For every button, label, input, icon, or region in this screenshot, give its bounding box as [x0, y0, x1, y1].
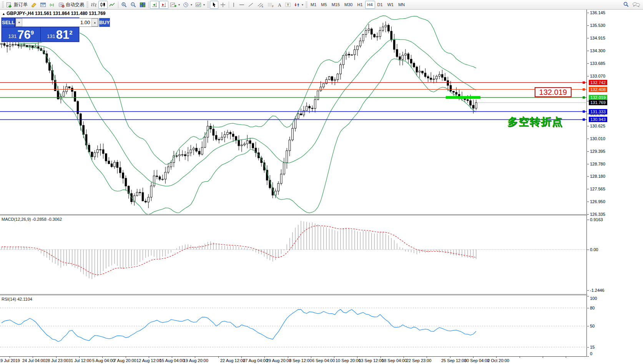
cursor-button[interactable] [210, 1, 218, 9]
time-axis-tick [288, 357, 288, 358]
new-order-button[interactable]: 新订单 [5, 1, 29, 9]
macd-pane[interactable]: MACD(12,26,9) -0.2858 -0.3062 [0, 215, 587, 294]
volume-stepper: ▼ ▲ [15, 18, 98, 27]
timeframe-M5-button[interactable]: M5 [319, 1, 329, 9]
buy-price[interactable]: 131812 [41, 27, 79, 41]
time-axis-label: 10 Sep 20:00 [336, 358, 361, 363]
volume-increase-button[interactable]: ▲ [91, 18, 98, 26]
timeframe-H4-button[interactable]: H4 [365, 1, 375, 9]
chart-shift-button[interactable] [159, 1, 168, 9]
candlestick-chart-canvas[interactable] [0, 10, 587, 214]
equidistant-channel-button[interactable]: E [256, 1, 266, 9]
text-icon: A [277, 2, 282, 8]
collapse-panel-arrow[interactable]: ▲ [2, 12, 5, 16]
time-axis-tick [56, 357, 56, 358]
zoom-out-button[interactable] [129, 1, 138, 9]
axis-tick-label: 134.300 [590, 48, 605, 53]
candlestick-chart-button[interactable] [98, 1, 108, 9]
timeframe-M30-button[interactable]: M30 [342, 1, 355, 9]
metaeditor-button[interactable] [29, 1, 38, 9]
time-axis-label: 22 Sep 23:00 [406, 358, 431, 363]
crosshair-button[interactable] [218, 1, 228, 9]
main-price-pane[interactable]: ▲GBPJPY-,H4 131.561 131.864 131.480 131.… [0, 10, 587, 214]
auto-trading-button[interactable]: 自动交易 [57, 1, 86, 9]
rsi-pane[interactable]: RSI(14) 42.1104 [0, 295, 587, 357]
timeframe-H1-button[interactable]: H1 [355, 1, 365, 9]
auto-scroll-button[interactable] [150, 1, 159, 9]
horizontal-line-button[interactable] [237, 1, 246, 9]
timeframe-D1-button[interactable]: D1 [375, 1, 385, 9]
time-axis-label: 27 Aug 04:00 [243, 358, 268, 363]
timeframe-M1-button[interactable]: M1 [308, 1, 319, 9]
search-button[interactable] [621, 1, 631, 9]
time-axis-tick [566, 357, 566, 358]
timeframe-MN-button[interactable]: MN [396, 1, 407, 9]
toolbar-grip[interactable] [86, 2, 88, 8]
vertical-line-button[interactable] [230, 1, 237, 9]
bar-chart-button[interactable] [89, 1, 98, 9]
volume-decrease-button[interactable]: ▼ [16, 18, 22, 26]
time-axis-label: 19 Aug 20:00 [183, 358, 208, 363]
axis-tick [587, 38, 589, 38]
templates-button[interactable]: ▾ [194, 1, 206, 9]
time-axis-tick [149, 357, 149, 358]
price-callout-box[interactable]: 132.019 [535, 87, 572, 97]
time-axis-label: 12 Aug 12:00 [136, 358, 161, 363]
auto-trading-label: 自动交易 [66, 2, 84, 8]
time-axis-tick [218, 357, 219, 358]
zoom-in-button[interactable] [120, 1, 129, 9]
sell-button[interactable]: SELL [2, 18, 15, 27]
toolbar-grip[interactable] [2, 2, 4, 8]
price-tag: 131.769 [589, 100, 607, 105]
time-axis-tick [79, 357, 80, 358]
channel-icon: E [257, 2, 264, 8]
macd-chart-canvas[interactable] [0, 215, 587, 294]
arrows-button[interactable]: ▾ [292, 1, 305, 9]
chat-button[interactable] [631, 1, 642, 9]
axis-tick [587, 326, 589, 326]
axis-tick-label: 127.565 [590, 186, 605, 192]
timeframe-W1-button[interactable]: W1 [385, 1, 396, 9]
one-click-trading-panel: SELL ▼ ▲ BUY 131769 131812 [1, 17, 80, 42]
indicators-button[interactable]: ▾ [168, 1, 181, 9]
price-tag: 130.943 [589, 117, 607, 122]
text-label-button[interactable]: T [283, 1, 292, 9]
tile-windows-button[interactable] [138, 1, 147, 9]
axis-tick [587, 13, 589, 13]
axis-tick [587, 51, 589, 51]
toolbar: 新订单 自动交易 ▾ ▾ ▾ E F A T ▾ M1M5M15M30H1H4D… [0, 0, 643, 10]
line-chart-button[interactable] [108, 1, 117, 9]
time-axis-tick [311, 357, 311, 358]
axis-tick-label: 126.950 [590, 199, 605, 204]
time-axis[interactable]: 19 Jul 201924 Jul 04:0028 Jul 23:0031 Ju… [0, 357, 643, 364]
timeframe-M15-button[interactable]: M15 [329, 1, 342, 9]
axis-tick [587, 63, 589, 64]
new-chart-button[interactable] [38, 1, 48, 9]
time-axis-tick [496, 357, 497, 358]
sell-price[interactable]: 131769 [2, 27, 40, 41]
text-button[interactable]: A [276, 1, 283, 9]
fibonacci-button[interactable]: F [266, 1, 276, 9]
time-axis-label: 25 Sep 12:00 [441, 358, 466, 363]
axis-tick-label: 136.145 [590, 10, 605, 15]
toolbar-grip[interactable] [207, 2, 209, 8]
sell-price-pip: 9 [31, 29, 34, 36]
price-axis[interactable]: 136.145135.530134.915134.300133.685133.0… [587, 10, 643, 357]
axis-tick [587, 126, 589, 126]
rsi-chart-canvas[interactable] [0, 295, 587, 357]
axis-tick [587, 290, 589, 291]
volume-input[interactable] [22, 18, 91, 26]
trendline-button[interactable] [246, 1, 256, 9]
time-axis-tick [404, 357, 404, 358]
periods-button[interactable]: ▾ [181, 1, 194, 9]
zoom-out-icon [130, 2, 136, 8]
axis-tick [587, 189, 589, 189]
new-order-label: 新订单 [14, 2, 28, 8]
bar-chart-icon [91, 2, 97, 8]
turning-point-note[interactable]: 多空转折点 [507, 115, 563, 129]
time-axis-tick [473, 357, 474, 358]
signals-button[interactable] [48, 1, 57, 9]
buy-button[interactable]: BUY [99, 18, 110, 27]
svg-text:F: F [272, 5, 274, 7]
toolbar-grip[interactable] [306, 2, 307, 8]
